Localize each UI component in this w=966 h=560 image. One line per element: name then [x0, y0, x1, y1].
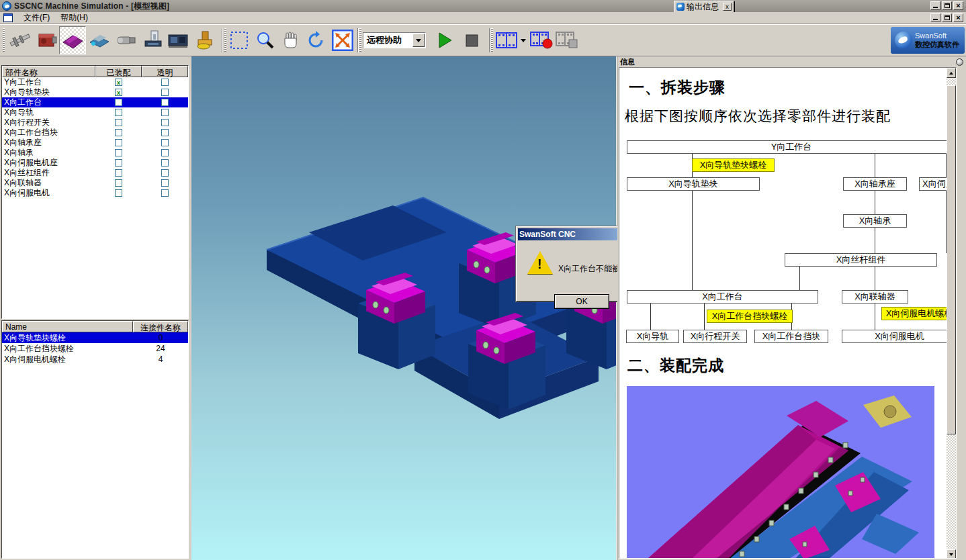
toolbar-grip[interactable]: [3, 28, 5, 52]
film-stop-icon[interactable]: [555, 26, 579, 54]
assembled-checkbox[interactable]: [115, 169, 122, 177]
assembled-checkbox[interactable]: [115, 109, 122, 116]
part-row[interactable]: X向联轴器: [2, 178, 188, 188]
assembled-checkbox[interactable]: [115, 119, 122, 126]
part-row[interactable]: X向工作台挡块: [2, 128, 188, 138]
select-rect-icon[interactable]: [227, 26, 251, 54]
combo-dropdown-button[interactable]: [412, 34, 425, 47]
mdi-child-icon[interactable]: [3, 13, 13, 22]
transparent-checkbox[interactable]: [161, 159, 169, 167]
connector-row-selected[interactable]: X向导轨垫块螺栓0: [2, 332, 188, 343]
transparent-checkbox[interactable]: [161, 169, 169, 177]
fit-view-icon[interactable]: [331, 26, 355, 54]
restore-button[interactable]: [942, 1, 952, 10]
menu-bar: 文件(F) 帮助(H) ×: [0, 12, 966, 24]
part-row-selected[interactable]: X向工作台: [2, 97, 188, 107]
transparent-checkbox[interactable]: [161, 89, 169, 96]
col-header-count[interactable]: 连接件名称: [133, 321, 188, 332]
output-close-button[interactable]: x: [723, 3, 732, 11]
part-row[interactable]: X向轴承: [2, 148, 188, 158]
mdi-restore-button[interactable]: [942, 13, 952, 22]
dialog-title: SwanSoft CNC: [519, 230, 617, 239]
minimize-button[interactable]: [930, 1, 940, 10]
part-row[interactable]: X向丝杠组件: [2, 168, 188, 178]
parts-table: 部件名称 已装配 透明 Y向工作台x X向导轨垫块x X向工作台 X向导轨 X向…: [1, 65, 189, 319]
transparent-checkbox[interactable]: [161, 79, 169, 86]
transparent-checkbox[interactable]: [161, 99, 169, 106]
press-icon[interactable]: [191, 26, 218, 54]
assembled-checkbox[interactable]: x: [115, 79, 122, 86]
ballscrew-icon[interactable]: [7, 26, 34, 54]
film-icon[interactable]: [494, 26, 519, 54]
section2-heading: 二、装配完成: [627, 355, 724, 376]
transparent-checkbox[interactable]: [161, 179, 169, 187]
col-header-assembled[interactable]: 已装配: [95, 66, 142, 77]
toolbar-grip[interactable]: [224, 28, 226, 52]
connector-row[interactable]: X向伺服电机螺栓4: [2, 354, 188, 365]
connector-row[interactable]: X向工作台挡块螺栓24: [2, 343, 188, 354]
transparent-checkbox[interactable]: [161, 129, 169, 136]
assembled-checkbox[interactable]: x: [115, 89, 122, 96]
part-row[interactable]: X向行程开关: [2, 118, 188, 128]
flow-node: X向导轨: [626, 330, 679, 343]
col-header-name[interactable]: Name: [2, 321, 133, 332]
spindle-icon[interactable]: [113, 26, 140, 54]
window-title: SSCNC Machine Simulation - [模型视图]: [14, 1, 169, 12]
part-row[interactable]: X向导轨垫块x: [2, 87, 188, 97]
gearbox-motor-icon[interactable]: [34, 26, 60, 54]
assembled-checkbox[interactable]: [115, 99, 122, 106]
machine-3d-view[interactable]: SwanSoft CNC X X向工作台不能被装配 OK: [191, 56, 617, 560]
transparent-checkbox[interactable]: [161, 139, 169, 146]
transparent-checkbox[interactable]: [161, 109, 169, 116]
remote-assist-combo[interactable]: 远程协助: [363, 32, 426, 48]
col-header-transparent[interactable]: 透明: [142, 66, 188, 77]
globe-icon[interactable]: [956, 58, 963, 66]
menu-file[interactable]: 文件(F): [18, 11, 55, 25]
col-header-part-name[interactable]: 部件名称: [2, 66, 95, 77]
toolbar-grip[interactable]: [359, 28, 361, 52]
dialog-title-bar[interactable]: SwanSoft CNC X: [518, 228, 617, 240]
toolbar-grip[interactable]: [491, 28, 493, 52]
play-icon[interactable]: [433, 26, 457, 54]
assembled-checkbox[interactable]: [115, 189, 122, 197]
application-window: SSCNC Machine Simulation - [模型视图] 输出信息 x…: [0, 0, 966, 560]
mdi-close-button[interactable]: ×: [953, 13, 963, 22]
scroll-up-button[interactable]: [947, 68, 956, 78]
milling-machine-icon[interactable]: [140, 26, 167, 54]
assembled-checkbox[interactable]: [115, 129, 122, 136]
transparent-checkbox[interactable]: [161, 149, 169, 156]
transparent-checkbox[interactable]: [161, 189, 169, 197]
close-button[interactable]: ×: [953, 1, 963, 10]
assembled-checkbox[interactable]: [115, 149, 122, 156]
ok-button[interactable]: OK: [554, 294, 609, 309]
rotate-icon[interactable]: [304, 26, 328, 54]
info-content[interactable]: 一、拆装步骤 根据下图按顺序依次选择零部件进行装配: [619, 67, 957, 559]
assembled-checkbox[interactable]: [115, 139, 122, 146]
assembled-checkbox[interactable]: [115, 159, 122, 167]
part-row[interactable]: X向轴承座: [2, 138, 188, 148]
film-record-icon[interactable]: [529, 26, 554, 54]
scroll-down-button[interactable]: [947, 549, 956, 559]
part-row[interactable]: X向伺服电机座: [2, 158, 188, 168]
info-scrollbar[interactable]: [947, 68, 956, 559]
output-window-icon: [676, 3, 685, 11]
zoom-icon[interactable]: [253, 26, 277, 54]
remote-assist-value: 远程协助: [363, 34, 412, 46]
stop-icon[interactable]: [459, 26, 484, 54]
menu-help[interactable]: 帮助(H): [55, 11, 93, 25]
mdi-minimize-button[interactable]: [930, 13, 940, 22]
pan-hand-icon[interactable]: [278, 26, 302, 54]
scrollbar-thumb[interactable]: [947, 85, 956, 434]
brand-name: SwanSoft: [915, 32, 959, 40]
assembled-checkbox[interactable]: [115, 179, 122, 187]
output-info-window[interactable]: 输出信息 x: [674, 1, 734, 13]
lathe-icon[interactable]: [165, 26, 192, 54]
part-row[interactable]: Y向工作台x: [2, 77, 188, 87]
saddle-icon[interactable]: [86, 26, 113, 54]
part-row[interactable]: X向伺服电机: [2, 188, 188, 198]
film-dropdown-icon[interactable]: [519, 26, 528, 54]
flow-node: X向轴承座: [843, 177, 907, 191]
transparent-checkbox[interactable]: [161, 119, 169, 126]
part-row[interactable]: X向导轨: [2, 107, 188, 118]
worktable-icon[interactable]: [59, 26, 86, 54]
